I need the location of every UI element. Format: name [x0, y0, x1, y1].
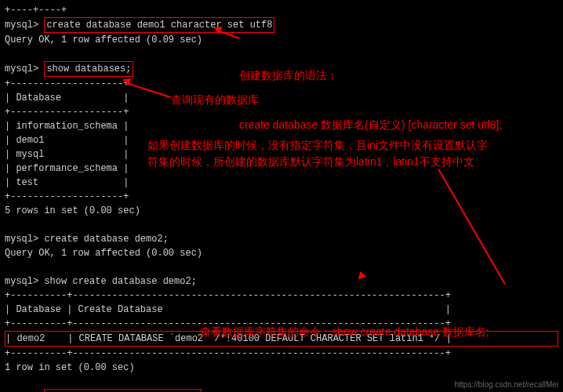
- annotation-show-databases: 查询现有的数据库: [171, 92, 259, 108]
- boxed-cmd-5: show create database demo1;: [44, 389, 201, 392]
- rule-top: +----+----+: [5, 3, 558, 17]
- cmd-create-demo1: mysql> create database demo1 character s…: [5, 17, 558, 33]
- t1-footer: 1 row in set (0.00 sec): [5, 361, 558, 375]
- annotation-latin1: 如果创建数据库的时候，没有指定字符集，且ini文件中没有设置默认字 符集的时候，…: [147, 137, 488, 170]
- watermark: https://blog.csdn.net/recallMei: [455, 379, 558, 390]
- t1-border1: +----------+----------------------------…: [5, 289, 558, 303]
- boxed-cmd-2: show databases;: [44, 61, 133, 77]
- annotation-create-syntax: 创建数据库的语法： create database 数据库名(自定义) [cha…: [239, 34, 502, 150]
- t1-border3: +----------+----------------------------…: [5, 347, 558, 361]
- cmd-show-create-demo2: mysql> show create database demo2;: [5, 274, 558, 289]
- boxed-cmd-1: create database demo1 character set utf8: [44, 17, 274, 33]
- t1-header: | Database | Create Database |: [5, 303, 558, 317]
- dblist-border3: +--------------------+: [5, 190, 558, 204]
- dblist-footer: 5 rows in set (0.00 sec): [5, 204, 558, 218]
- result-3: Query OK, 1 row affected (0.00 sec): [5, 246, 558, 260]
- annotation-show-create: 查看数据库字符集的命令：show create database 数据库名;: [200, 324, 489, 340]
- db-row: | test |: [5, 176, 558, 190]
